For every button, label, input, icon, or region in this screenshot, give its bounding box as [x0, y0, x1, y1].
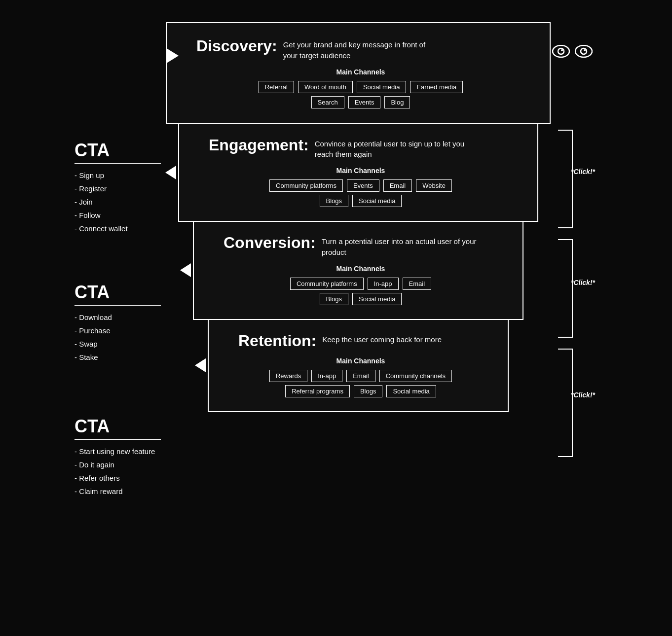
discovery-channels-label: Main Channels — [196, 68, 525, 76]
eye-icon-1 — [552, 44, 570, 61]
channel-social-media-d: Social media — [357, 81, 406, 93]
conversion-title: Conversion: — [224, 234, 316, 252]
svg-point-3 — [575, 45, 592, 57]
stage-header-discovery: Discovery: Get your brand and key messag… — [196, 37, 525, 61]
svg-point-2 — [561, 49, 563, 51]
discovery-channels-row-1: Referral Word of mouth Social media Earn… — [196, 81, 525, 93]
cta-start-feature: Start using new feature — [75, 445, 161, 458]
retention-title: Retention: — [238, 332, 316, 350]
conversion-channels-row-2: Blogs Social media — [224, 293, 498, 305]
cta-follow: Follow — [75, 209, 161, 222]
discovery-arrow — [166, 48, 179, 64]
cta-signup: Sign up — [75, 169, 161, 182]
cta-swap: Swap — [75, 337, 161, 351]
channel-social-media-c: Social media — [352, 293, 402, 305]
retention-channels-row-1: Rewards In-app Email Community channels — [238, 370, 483, 382]
discovery-title: Discovery: — [196, 37, 277, 55]
channel-community-channels-r: Community channels — [379, 370, 452, 382]
conversion-channels-row-1: Community platforms In-app Email — [224, 278, 498, 290]
cta-connect-wallet: Connect wallet — [75, 222, 161, 235]
cta-retention-block: CTA Start using new feature Do it again … — [75, 417, 161, 498]
svg-point-0 — [553, 45, 569, 57]
cta-engagement-block: CTA Sign up Register Join Follow Connect… — [75, 141, 161, 235]
cta-do-again: Do it again — [75, 458, 161, 471]
cta-conversion-list: Download Purchase Swap Stake — [75, 311, 161, 364]
engagement-desc: Convince a potential user to sign up to … — [315, 136, 473, 160]
cta-purchase: Purchase — [75, 324, 161, 337]
channel-referral-programs-r: Referral programs — [285, 385, 350, 397]
channel-blog-d: Blog — [384, 96, 410, 108]
svg-point-5 — [584, 49, 586, 51]
svg-point-1 — [558, 48, 564, 54]
cta-conversion-title: CTA — [75, 283, 161, 302]
channel-blogs-e: Blogs — [320, 195, 349, 207]
cta-download: Download — [75, 311, 161, 324]
cta-retention-list: Start using new feature Do it again Refe… — [75, 445, 161, 498]
stage-header-conversion: Conversion: Turn a potential user into a… — [224, 234, 498, 258]
eye-icon-2 — [575, 44, 593, 61]
stage-retention: Retention: Keep the user coming back for… — [208, 319, 509, 412]
channel-community-platforms-c: Community platforms — [290, 278, 364, 290]
channel-earned-media: Earned media — [410, 81, 463, 93]
channel-word-of-mouth: Word of mouth — [298, 81, 353, 93]
retention-channels-label: Main Channels — [238, 357, 483, 365]
cta-join: Join — [75, 195, 161, 209]
channel-events-d: Events — [348, 96, 381, 108]
stage-header-retention: Retention: Keep the user coming back for… — [238, 332, 483, 350]
engagement-click-label: *Click!* — [571, 168, 595, 176]
conversion-desc: Turn a potential user into an actual use… — [322, 234, 480, 258]
funnel-container: Discovery: Get your brand and key messag… — [166, 22, 551, 412]
conversion-right-bracket — [558, 239, 573, 338]
retention-arrow — [195, 358, 206, 372]
channel-social-media-e: Social media — [352, 195, 402, 207]
channel-email-e: Email — [383, 179, 412, 192]
retention-click-label: *Click!* — [571, 391, 595, 399]
engagement-title: Engagement: — [209, 136, 309, 154]
channel-events-e: Events — [347, 179, 379, 192]
engagement-channels-row-2: Blogs Social media — [209, 195, 513, 207]
channel-social-media-r: Social media — [386, 385, 436, 397]
channel-search: Search — [311, 96, 344, 108]
discovery-channels-row-2: Search Events Blog — [196, 96, 525, 108]
channel-blogs-c: Blogs — [320, 293, 349, 305]
page-layout: Discovery: Get your brand and key messag… — [75, 17, 597, 619]
stage-conversion: Conversion: Turn a potential user into a… — [193, 221, 523, 320]
eyes-container — [552, 44, 593, 61]
channel-email-c: Email — [403, 278, 432, 290]
cta-engagement-title: CTA — [75, 141, 161, 160]
cta-register: Register — [75, 182, 161, 195]
retention-desc: Keep the user coming back for more — [322, 332, 442, 345]
channel-community-platforms-e: Community platforms — [269, 179, 343, 192]
stage-discovery: Discovery: Get your brand and key messag… — [166, 22, 551, 124]
conversion-channels-label: Main Channels — [224, 265, 498, 273]
channel-email-r: Email — [346, 370, 375, 382]
stage-engagement: Engagement: Convince a potential user to… — [178, 123, 538, 222]
conversion-arrow — [180, 263, 191, 277]
channel-rewards-r: Rewards — [269, 370, 307, 382]
stage-header-engagement: Engagement: Convince a potential user to… — [209, 136, 513, 160]
discovery-desc: Get your brand and key message in front … — [283, 37, 441, 61]
engagement-right-bracket — [558, 130, 573, 228]
cta-claim-reward: Claim reward — [75, 485, 161, 498]
channel-blogs-r: Blogs — [354, 385, 383, 397]
channel-inapp-c: In-app — [368, 278, 399, 290]
engagement-channels-label: Main Channels — [209, 167, 513, 175]
retention-channels-row-2: Referral programs Blogs Social media — [238, 385, 483, 397]
retention-right-bracket — [558, 349, 573, 457]
svg-point-4 — [581, 48, 587, 54]
cta-retention-title: CTA — [75, 417, 161, 436]
cta-conversion-block: CTA Download Purchase Swap Stake — [75, 283, 161, 364]
cta-engagement-list: Sign up Register Join Follow Connect wal… — [75, 169, 161, 235]
channel-inapp-r: In-app — [311, 370, 342, 382]
channel-referral: Referral — [259, 81, 294, 93]
engagement-arrow — [165, 166, 176, 179]
engagement-channels-row-1: Community platforms Events Email Website — [209, 179, 513, 192]
channel-website-e: Website — [416, 179, 452, 192]
conversion-click-label: *Click!* — [571, 279, 595, 286]
cta-refer-others: Refer others — [75, 471, 161, 485]
cta-stake: Stake — [75, 351, 161, 364]
